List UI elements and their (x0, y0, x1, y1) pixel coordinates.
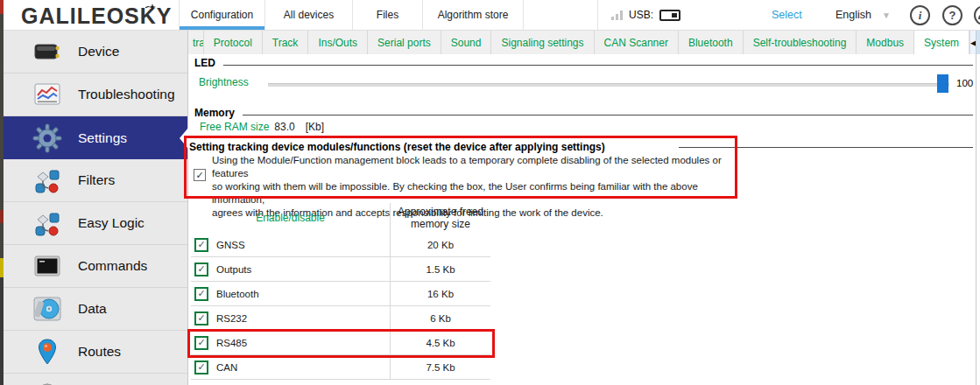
nav-tabs-spacer (523, 0, 598, 30)
filters-flowchart-icon (32, 164, 63, 196)
tab-all-devices[interactable]: All devices (264, 0, 352, 30)
select-device-link[interactable]: Select (772, 9, 802, 21)
tab-sound[interactable]: Sound (441, 31, 492, 54)
checkmark-icon: ✓ (197, 337, 205, 348)
sidebar-item-data[interactable]: Data (4, 288, 187, 331)
memory-section-rule (243, 115, 973, 116)
tab-signaling-settings[interactable]: Signaling settings (491, 31, 594, 54)
tab-track[interactable]: Track (263, 31, 309, 54)
tabstrip-edge (976, 31, 980, 54)
table-value-bluetooth: 16 Kb (391, 282, 490, 306)
tab-configuration-label: Configuration (191, 9, 253, 21)
signal-strength-icon (611, 10, 623, 20)
checkmark-icon: ✓ (195, 170, 203, 181)
sidebar: Device Troubleshooting (4, 31, 188, 385)
table-row-gnss: ✓ GNSS (191, 233, 391, 257)
outputs-checkbox[interactable]: ✓ (194, 262, 208, 276)
tab-can-scanner[interactable]: CAN Scanner (595, 31, 679, 54)
table-header-freed-memory: Approximate freed memory size (391, 203, 490, 233)
galileosky-logo: GALILEOSKY (21, 4, 173, 29)
main-nav-tabs: Configuration All devices Files Algorith… (179, 0, 598, 30)
checkmark-icon: ✓ (197, 263, 205, 275)
easy-logic-flowchart-icon (32, 207, 63, 239)
bluetooth-checkbox[interactable]: ✓ (194, 287, 208, 301)
tab-all-devices-label: All devices (284, 9, 334, 21)
top-bar: GALILEOSKY Configuration All devices Fil… (4, 0, 980, 31)
sidebar-item-label: Data (78, 301, 107, 317)
module-label: CAN (216, 362, 237, 373)
rs232-checkbox[interactable]: ✓ (194, 312, 208, 326)
sidebar-item-label: Easy Logic (78, 215, 145, 231)
brightness-slider-track[interactable] (268, 83, 949, 87)
modules-section-rule (679, 147, 973, 148)
gnss-checkbox[interactable]: ✓ (194, 238, 208, 252)
table-value-gnss: 20 Kb (391, 233, 490, 257)
brightness-slider-handle[interactable] (937, 74, 948, 93)
tab-files-label: Files (377, 9, 398, 21)
commands-terminal-icon (32, 250, 63, 282)
sidebar-item-filters[interactable]: Filters (4, 159, 187, 202)
memory-section-title: Memory (194, 107, 235, 119)
checkmark-icon: ✓ (197, 312, 205, 324)
routes-map-pin-icon (32, 336, 63, 368)
sidebar-item-troubleshooting[interactable]: Troubleshooting (4, 74, 187, 116)
tab-algorithm-store[interactable]: Algorithm store (422, 0, 523, 30)
sidebar-item-label: Device (78, 44, 119, 60)
module-label: GNSS (216, 240, 245, 250)
sidebar-item-routes[interactable]: Routes (4, 331, 187, 374)
tab-ins-outs[interactable]: Ins/Outs (308, 31, 368, 54)
table-row-rs485: ✓ RS485 (191, 331, 391, 355)
info-button[interactable]: i (910, 5, 930, 25)
table-value-outputs: 1.5 Kb (391, 257, 490, 282)
troubleshooting-chart-icon (32, 79, 63, 110)
help-button[interactable]: ? (942, 5, 962, 25)
sidebar-item-label: Troubleshooting (78, 87, 175, 102)
settings-content: transmission Protocol Track Ins/Outs Ser… (188, 31, 980, 385)
data-disk-icon (32, 293, 63, 325)
module-label: Outputs (216, 264, 251, 275)
selected-item-notch (180, 128, 188, 149)
rs485-checkbox[interactable]: ✓ (194, 336, 208, 350)
tab-data-transmission[interactable]: transmission (188, 31, 204, 54)
table-value-can: 7.5 Kb (391, 355, 490, 380)
free-ram-label: Free RAM size (200, 121, 269, 133)
connection-status: USB: (611, 0, 680, 30)
sidebar-item-commands[interactable]: Commands (4, 245, 187, 288)
sidebar-item-partial[interactable] (4, 374, 187, 385)
table-row-outputs: ✓ Outputs (191, 257, 391, 282)
table-row-rs232: ✓ RS232 (191, 306, 391, 331)
tab-system[interactable]: System (914, 31, 969, 54)
table-row-can: ✓ CAN (191, 355, 391, 380)
tab-algorithm-store-label: Algorithm store (438, 9, 509, 21)
sidebar-item-settings[interactable]: Settings (4, 116, 187, 159)
background-window-edge (0, 0, 4, 385)
account-button[interactable] (974, 5, 980, 25)
configurator-window: { "topbar": { "logo": "GALILEOSKY", "tab… (0, 0, 980, 385)
free-ram-value: 83.0 (274, 121, 294, 133)
tab-configuration[interactable]: Configuration (179, 0, 264, 30)
disclaimer-line: Using the Module/Function management blo… (212, 154, 748, 180)
language-selector[interactable]: English ▼ (835, 9, 891, 21)
module-label: RS232 (216, 313, 247, 324)
tab-serial-ports[interactable]: Serial ports (368, 31, 441, 54)
chevron-down-icon: ▼ (882, 10, 891, 20)
table-value-rs485: 4.5 Kb (391, 331, 490, 355)
tab-self-troubleshooting[interactable]: Self-troubleshooting (744, 31, 857, 54)
module-label: Bluetooth (216, 289, 259, 299)
sidebar-item-device[interactable]: Device (4, 31, 187, 74)
modules-confirm-checkbox[interactable]: ✓ (194, 169, 206, 181)
free-ram-row: Free RAM size 83.0 [Kb] (200, 121, 324, 133)
brightness-label: Brightness (199, 76, 249, 88)
can-checkbox[interactable]: ✓ (194, 360, 208, 374)
sidebar-item-easy-logic[interactable]: Easy Logic (4, 202, 187, 245)
brightness-value: 100 (956, 78, 973, 88)
usb-label: USB: (629, 9, 653, 21)
table-header-enable-disable: Enable/disable (191, 203, 391, 233)
tab-modbus[interactable]: Modbus (857, 31, 914, 54)
free-ram-unit: [Kb] (306, 121, 324, 133)
globe-icon (32, 379, 63, 385)
tab-bluetooth[interactable]: Bluetooth (679, 31, 744, 54)
tab-files[interactable]: Files (352, 0, 422, 30)
tab-protocol[interactable]: Protocol (204, 31, 263, 54)
checkmark-icon: ✓ (197, 239, 205, 250)
